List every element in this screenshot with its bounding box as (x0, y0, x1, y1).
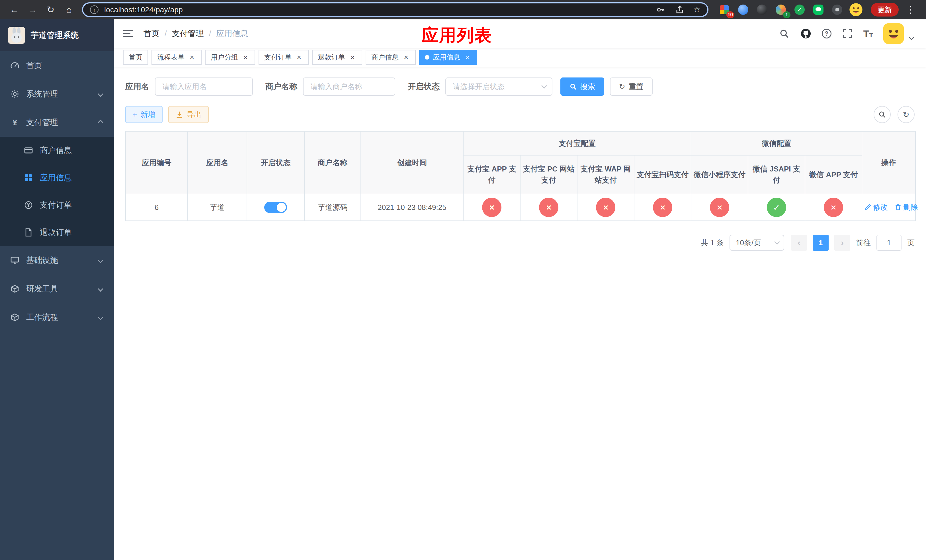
close-icon[interactable]: × (402, 53, 410, 61)
bookmark-star-icon[interactable]: ☆ (693, 6, 701, 14)
sidebar-item-label: 商户信息 (40, 145, 72, 156)
extension-icon-dark[interactable] (755, 3, 769, 17)
close-icon[interactable]: × (188, 53, 196, 61)
cell-app-id: 6 (126, 194, 188, 221)
alipay-wap-status-icon (596, 198, 615, 217)
tab-process-form[interactable]: 流程表单× (151, 50, 201, 65)
sidebar-item-pay-orders[interactable]: 支付订单 (0, 191, 114, 219)
omnibox-actions: ☆ (655, 4, 701, 15)
extension-icon-green-square[interactable] (811, 3, 825, 17)
pagination: 共 1 条 10条/页 ‹ 1 › 前往 页 (125, 235, 915, 251)
breadcrumb-payment[interactable]: 支付管理 (172, 28, 204, 39)
sidebar-item-label: 首页 (26, 60, 104, 71)
font-size-icon[interactable]: TT (863, 29, 873, 38)
monitor-icon (10, 256, 20, 265)
close-icon[interactable]: × (464, 53, 472, 61)
extension-icon-pin[interactable] (830, 3, 844, 17)
toggle-search-button[interactable] (874, 106, 891, 123)
wechat-app-status-icon (824, 198, 843, 217)
reset-button[interactable]: ↻ 重置 (610, 77, 653, 96)
pagination-total: 共 1 条 (701, 238, 724, 248)
sidebar-item-payment[interactable]: ¥ 支付管理 (0, 108, 114, 137)
tab-home[interactable]: 首页 (123, 50, 148, 65)
add-button[interactable]: + 新增 (125, 106, 163, 123)
current-page-button[interactable]: 1 (813, 235, 829, 251)
refresh-table-button[interactable]: ↻ (897, 106, 915, 123)
tab-label: 应用信息 (433, 53, 460, 62)
profile-smiley (849, 3, 863, 17)
extension-green-circle-glyph (794, 5, 805, 15)
home-button[interactable]: ⌂ (61, 1, 77, 18)
sidebar-item-system[interactable]: 系统管理 (0, 80, 114, 108)
export-button[interactable]: 导出 (168, 106, 209, 123)
extension-dark-glyph (757, 5, 767, 15)
next-page-button[interactable]: › (834, 235, 850, 251)
close-icon[interactable]: × (295, 53, 303, 61)
col-header-alipay-wap: 支付宝 WAP 网站支付 (577, 155, 634, 194)
github-icon[interactable] (800, 28, 811, 39)
app-name-input[interactable] (155, 77, 253, 96)
close-icon[interactable]: × (242, 53, 250, 61)
add-button-label: 新增 (141, 110, 155, 120)
user-avatar[interactable] (883, 23, 904, 44)
extensions-grid-icon[interactable]: 10 (717, 3, 731, 17)
close-icon[interactable]: × (348, 53, 357, 61)
sidebar-item-dev-tools[interactable]: 研发工具 (0, 275, 114, 303)
tab-user-group[interactable]: 用户分组× (205, 50, 255, 65)
prev-page-button[interactable]: ‹ (791, 235, 807, 251)
edit-link[interactable]: 修改 (864, 202, 888, 212)
export-button-label: 导出 (186, 110, 201, 120)
sidebar-item-merchant-info[interactable]: 商户信息 (0, 137, 114, 164)
extension-icon-avatar[interactable]: 1 (774, 3, 788, 17)
search-button[interactable]: 搜索 (560, 77, 604, 96)
sidebar-toggle-icon[interactable] (123, 30, 133, 37)
filter-form: 应用名 商户名称 开启状态 请选择开启状态 搜索 ↻ 重置 (125, 77, 915, 96)
sidebar-item-workflow[interactable]: 工作流程 (0, 303, 114, 331)
tab-app-info[interactable]: 应用信息× (419, 50, 477, 65)
status-toggle[interactable] (264, 202, 287, 213)
delete-link[interactable]: 删除 (895, 202, 918, 212)
page-size-select[interactable]: 10条/页 (729, 235, 784, 251)
sidebar-item-app-info[interactable]: 应用信息 (0, 164, 114, 191)
reload-button[interactable]: ↻ (42, 1, 59, 18)
help-icon[interactable]: ? (822, 29, 831, 38)
document-icon (24, 228, 33, 237)
top-navbar: 首页 / 支付管理 / 应用信息 ? TT (114, 20, 926, 48)
tab-pay-orders[interactable]: 支付订单× (259, 50, 309, 65)
cell-merchant: 芋道源码 (304, 194, 361, 221)
breadcrumb-separator: / (165, 29, 167, 38)
sidebar-item-label: 支付订单 (40, 200, 72, 210)
search-icon[interactable] (779, 28, 790, 39)
share-icon[interactable] (674, 4, 685, 15)
fullscreen-icon[interactable] (842, 28, 853, 39)
site-info-icon[interactable]: i (90, 5, 98, 14)
toggle-knob (277, 203, 286, 212)
search-button-label: 搜索 (580, 82, 595, 92)
browser-update-button[interactable]: 更新 (871, 3, 899, 17)
chevron-down-icon (541, 83, 547, 89)
cell-alipay-qr (634, 194, 691, 221)
alipay-app-status-icon (482, 198, 501, 217)
sidebar-item-refund-orders[interactable]: 退款订单 (0, 219, 114, 246)
breadcrumb-home[interactable]: 首页 (144, 28, 159, 39)
goto-page-input[interactable] (876, 235, 902, 251)
tab-merchant-info[interactable]: 商户信息× (366, 50, 416, 65)
status-select[interactable]: 请选择开启状态 (445, 77, 552, 96)
back-button[interactable]: ← (6, 1, 23, 18)
avatar-dropdown-icon[interactable] (909, 35, 914, 40)
password-key-icon[interactable] (655, 4, 666, 15)
tags-view-bar: 首页 流程表单× 用户分组× 支付订单× 退款订单× 商户信息× 应用信息× (114, 48, 926, 67)
cube-icon (10, 313, 20, 322)
sidebar-item-infrastructure[interactable]: 基础设施 (0, 246, 114, 275)
forward-button[interactable]: → (24, 1, 41, 18)
merchant-name-input[interactable] (303, 77, 395, 96)
extension-icon-green-circle[interactable] (793, 3, 806, 17)
profile-avatar-icon[interactable] (849, 3, 863, 17)
extension-icon-blue[interactable] (736, 3, 750, 17)
address-bar[interactable]: i localhost:1024/pay/app ☆ (82, 2, 708, 17)
table-mini-actions: ↻ (874, 106, 915, 123)
sidebar-item-home[interactable]: 首页 (0, 51, 114, 80)
browser-menu-button[interactable]: ⋮ (902, 1, 919, 18)
tab-refund-orders[interactable]: 退款订单× (312, 50, 362, 65)
sidebar-header[interactable]: 芋道管理系统 (0, 20, 114, 51)
